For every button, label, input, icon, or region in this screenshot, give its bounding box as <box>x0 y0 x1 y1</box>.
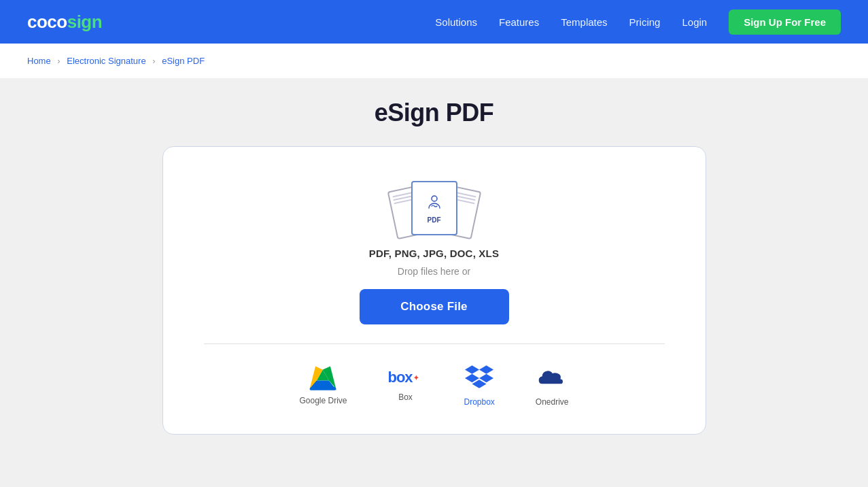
document-icon-area: PDF <box>397 174 472 235</box>
breadcrumb-esig[interactable]: Electronic Signature <box>67 56 145 66</box>
google-drive-label: Google Drive <box>299 396 347 405</box>
breadcrumb-sep-1: › <box>57 56 60 66</box>
breadcrumb-sep-2: › <box>152 56 155 66</box>
signup-button[interactable]: Sign Up For Free <box>729 10 841 35</box>
svg-marker-1 <box>465 365 479 374</box>
box-icon: box ✦ <box>387 368 423 387</box>
nav: Solutions Features Templates Pricing Log… <box>435 10 841 35</box>
nav-features[interactable]: Features <box>499 16 539 28</box>
svg-marker-2 <box>479 365 493 374</box>
sign-icon <box>425 193 444 212</box>
nav-login[interactable]: Login <box>682 16 707 28</box>
onedrive-icon <box>538 363 566 392</box>
logo-sign: sign <box>67 12 102 33</box>
onedrive-label: Onedrive <box>536 397 569 407</box>
drop-text: Drop files here or <box>398 266 470 277</box>
nav-solutions[interactable]: Solutions <box>435 16 477 28</box>
header: cocosign Solutions Features Templates Pr… <box>0 0 868 44</box>
box-label: Box <box>398 392 413 402</box>
dropbox-label: Dropbox <box>464 397 494 407</box>
dropbox-item[interactable]: Dropbox <box>464 363 494 407</box>
choose-file-button[interactable]: Choose File <box>360 289 509 324</box>
breadcrumb-home[interactable]: Home <box>27 56 51 66</box>
google-drive-item[interactable]: Google Drive <box>299 365 347 405</box>
nav-pricing[interactable]: Pricing <box>629 16 661 28</box>
upload-card: PDF PDF, PNG, JPG, DOC, XLS Drop files h… <box>162 146 706 435</box>
breadcrumb: Home › Electronic Signature › eSign PDF <box>0 44 868 78</box>
main-content: eSign PDF <box>0 78 868 487</box>
divider <box>204 343 665 344</box>
box-item[interactable]: box ✦ Box <box>387 368 423 402</box>
onedrive-item[interactable]: Onedrive <box>536 363 569 407</box>
page-title: eSign PDF <box>375 99 494 127</box>
logo[interactable]: cocosign <box>27 12 102 33</box>
file-types: PDF, PNG, JPG, DOC, XLS <box>369 248 499 259</box>
logo-coco: coco <box>27 12 67 33</box>
cloud-services: Google Drive box ✦ Box Dropbo <box>299 363 568 407</box>
breadcrumb-current: eSign PDF <box>162 56 205 66</box>
doc-stack: PDF <box>397 178 472 235</box>
nav-templates[interactable]: Templates <box>561 16 607 28</box>
dropbox-icon <box>465 363 493 392</box>
pdf-label: PDF <box>428 216 441 224</box>
svg-point-0 <box>432 196 437 201</box>
doc-center-pdf: PDF <box>411 181 457 235</box>
google-drive-icon <box>309 365 337 390</box>
